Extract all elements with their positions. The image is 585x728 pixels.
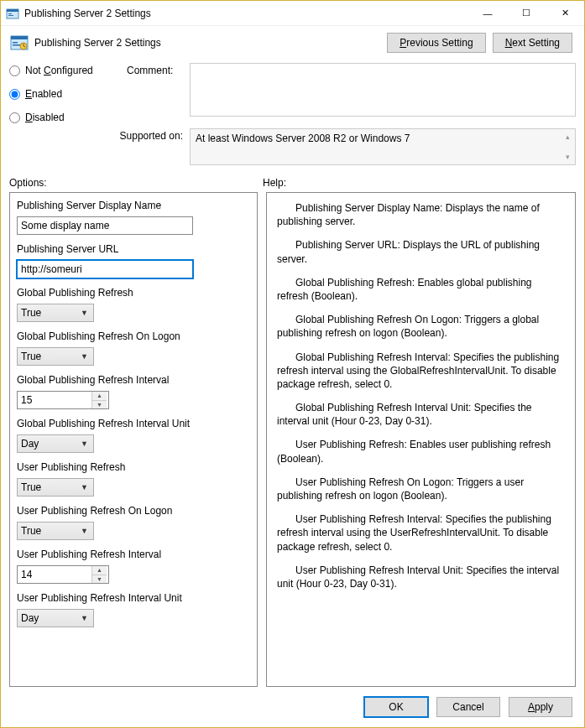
user-refresh-interval-spinner[interactable]: ▲▼	[17, 565, 109, 584]
spin-down-icon[interactable]: ▼	[92, 575, 107, 584]
cancel-button[interactable]: Cancel	[436, 697, 500, 717]
enabled-radio[interactable]: Enabled	[9, 88, 127, 100]
chevron-down-icon: ▼	[81, 527, 88, 535]
help-text: Global Publishing Refresh On Logon: Trig…	[277, 313, 565, 340]
disabled-radio[interactable]: Disabled	[9, 112, 127, 123]
previous-setting-button[interactable]: Previous Setting	[387, 33, 485, 53]
global-refresh-label: Global Publishing Refresh	[17, 287, 250, 299]
not-configured-radio[interactable]: Not Configured	[9, 65, 127, 76]
help-pane: Publishing Server Display Name: Displays…	[266, 192, 576, 687]
policy-icon	[9, 33, 29, 53]
scroll-down-icon: ▾	[566, 153, 570, 161]
chevron-down-icon: ▼	[81, 352, 88, 361]
page-title: Publishing Server 2 Settings	[34, 37, 387, 49]
help-text: Global Publishing Refresh Interval: Spec…	[277, 351, 565, 392]
ok-button[interactable]: OK	[364, 697, 428, 717]
svg-rect-6	[13, 42, 18, 44]
svg-rect-1	[7, 9, 18, 12]
chevron-down-icon: ▼	[81, 483, 88, 491]
spin-down-icon[interactable]: ▼	[92, 401, 107, 409]
scroll-up-icon: ▴	[566, 133, 570, 141]
user-refresh-logon-label: User Publishing Refresh On Logon	[17, 505, 250, 517]
maximize-button[interactable]: ☐	[507, 1, 546, 26]
global-refresh-unit-select[interactable]: Day▼	[17, 434, 94, 453]
svg-rect-2	[8, 13, 12, 14]
global-refresh-select[interactable]: True▼	[17, 304, 94, 322]
apply-button[interactable]: Apply	[509, 697, 572, 717]
chevron-down-icon: ▼	[81, 439, 88, 448]
help-text: Publishing Server Display Name: Displays…	[277, 201, 565, 228]
global-refresh-logon-label: Global Publishing Refresh On Logon	[17, 330, 250, 342]
header: Publishing Server 2 Settings Previous Se…	[1, 26, 584, 63]
window-title: Publishing Server 2 Settings	[24, 8, 468, 19]
help-text: Global Publishing Refresh Interval Unit:…	[277, 401, 565, 428]
spin-up-icon[interactable]: ▲	[92, 566, 107, 575]
svg-rect-5	[11, 36, 28, 39]
user-refresh-logon-select[interactable]: True▼	[17, 522, 94, 540]
user-refresh-unit-label: User Publishing Refresh Interval Unit	[17, 592, 250, 604]
minimize-button[interactable]: —	[468, 1, 507, 26]
options-pane: Publishing Server Display Name Publishin…	[9, 192, 258, 687]
spin-up-icon[interactable]: ▲	[92, 392, 107, 401]
next-setting-button[interactable]: Next Setting	[493, 33, 572, 53]
comment-textarea[interactable]	[190, 63, 576, 117]
url-label: Publishing Server URL	[17, 243, 250, 255]
help-text: Publishing Server URL: Displays the URL …	[277, 238, 565, 265]
chevron-down-icon: ▼	[81, 309, 88, 317]
chevron-down-icon: ▼	[81, 614, 88, 622]
dialog-window: Publishing Server 2 Settings — ☐ ✕ Publi…	[0, 0, 585, 728]
user-refresh-unit-select[interactable]: Day▼	[17, 609, 94, 627]
user-refresh-interval-label: User Publishing Refresh Interval	[17, 549, 250, 560]
help-text: User Publishing Refresh Interval Unit: S…	[277, 564, 565, 590]
help-heading: Help:	[263, 177, 286, 189]
close-button[interactable]: ✕	[546, 1, 584, 26]
global-refresh-interval-label: Global Publishing Refresh Interval	[17, 374, 250, 386]
url-input[interactable]	[17, 260, 193, 278]
svg-rect-7	[13, 44, 20, 46]
supported-on-text: At least Windows Server 2008 R2 or Windo…	[196, 133, 410, 161]
help-text: User Publishing Refresh Interval: Specif…	[277, 512, 565, 554]
supported-on-box: At least Windows Server 2008 R2 or Windo…	[190, 128, 576, 165]
user-refresh-label: User Publishing Refresh	[17, 461, 250, 473]
options-heading: Options:	[9, 177, 263, 189]
user-refresh-select[interactable]: True▼	[17, 478, 94, 497]
titlebar: Publishing Server 2 Settings — ☐ ✕	[1, 1, 584, 26]
app-icon	[6, 7, 19, 20]
display-name-label: Publishing Server Display Name	[17, 200, 250, 211]
supported-on-label: Supported on:	[9, 128, 190, 142]
global-refresh-logon-select[interactable]: True▼	[17, 347, 94, 366]
global-refresh-interval-spinner[interactable]: ▲▼	[17, 391, 109, 409]
comment-label: Comment:	[127, 63, 190, 76]
footer: OK Cancel Apply	[1, 687, 584, 727]
global-refresh-unit-label: Global Publishing Refresh Interval Unit	[17, 418, 250, 429]
display-name-input[interactable]	[17, 216, 193, 235]
help-text: User Publishing Refresh: Enables user pu…	[277, 438, 565, 465]
svg-rect-3	[8, 15, 13, 16]
help-text: User Publishing Refresh On Logon: Trigge…	[277, 476, 565, 502]
help-text: Global Publishing Refresh: Enables globa…	[277, 276, 565, 303]
